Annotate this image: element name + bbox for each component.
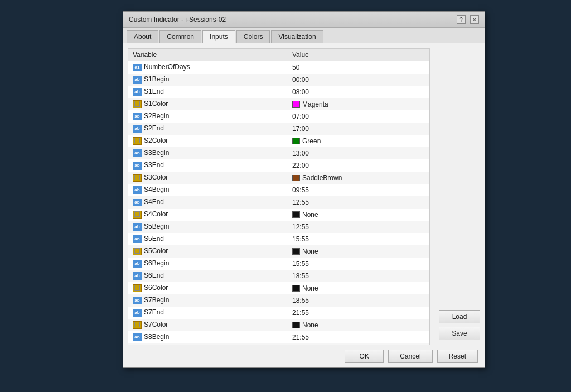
variable-name: S1Begin	[144, 75, 169, 83]
value-text: None	[302, 211, 318, 219]
ok-button[interactable]: OK	[345, 350, 384, 363]
variable-name: S5Begin	[144, 222, 169, 230]
value-text: None	[302, 284, 318, 292]
table-row[interactable]: a1NumberOfDays50	[128, 61, 430, 74]
value-cell: 17:00	[288, 123, 430, 135]
variable-cell: S2Color	[128, 135, 288, 147]
help-button[interactable]: ?	[457, 15, 466, 24]
variable-cell: abS2End	[128, 123, 288, 135]
tab-about[interactable]: About	[127, 30, 158, 43]
table-row[interactable]: abS3Begin13:00	[128, 147, 430, 159]
table-row[interactable]: abS7Begin18:55	[128, 294, 430, 307]
table-row[interactable]: abS8Begin21:55	[128, 331, 430, 343]
value-cell: 18:55	[288, 294, 430, 307]
value-cell: 09:55	[288, 184, 430, 196]
value-text: 18:55	[292, 272, 309, 280]
table-row[interactable]: abS1End08:00	[128, 86, 430, 98]
color-swatch	[292, 322, 300, 328]
color-type-icon	[133, 248, 142, 255]
variable-name: S3Color	[144, 173, 168, 181]
table-row[interactable]: S5ColorNone	[128, 245, 430, 258]
custom-indicator-dialog: Custom Indicator - i-Sessions-02 ? × Abo…	[123, 11, 485, 368]
dialog-title: Custom Indicator - i-Sessions-02	[129, 16, 226, 23]
ab-type-icon: ab	[133, 223, 142, 231]
value-text: 50	[292, 64, 299, 71]
close-button[interactable]: ×	[470, 15, 479, 24]
value-cell[interactable]: None	[288, 209, 430, 221]
variable-cell: abS3Begin	[128, 147, 288, 159]
value-cell[interactable]: SaddleBrown	[288, 172, 430, 184]
table-row[interactable]: abS8End23:55	[128, 343, 430, 345]
table-row[interactable]: S4ColorNone	[128, 209, 430, 221]
value-cell: 50	[288, 61, 430, 74]
variable-cell: abS2Begin	[128, 110, 288, 123]
col-value-header: Value	[288, 49, 430, 61]
tab-visualization[interactable]: Visualization	[271, 30, 323, 43]
variable-name: S2Begin	[144, 112, 169, 120]
variable-cell: abS1Begin	[128, 74, 288, 86]
save-button[interactable]: Save	[439, 327, 480, 340]
load-button[interactable]: Load	[439, 310, 480, 323]
table-row[interactable]: abS5Begin12:55	[128, 221, 430, 233]
variable-name: S5End	[144, 235, 164, 243]
value-cell: 22:00	[288, 159, 430, 172]
value-cell: 07:00	[288, 110, 430, 123]
color-type-icon	[133, 137, 142, 145]
table-row[interactable]: abS2End17:00	[128, 123, 430, 135]
variable-name: S2Color	[144, 137, 168, 144]
tab-bar: About Common Inputs Colors Visualization	[123, 28, 485, 43]
table-row[interactable]: abS6Begin15:55	[128, 258, 430, 270]
value-cell[interactable]: Green	[288, 135, 430, 147]
table-row[interactable]: abS5End15:55	[128, 233, 430, 245]
value-text: 12:55	[292, 199, 309, 206]
table-row[interactable]: abS2Begin07:00	[128, 110, 430, 123]
value-cell[interactable]: None	[288, 245, 430, 258]
cancel-button[interactable]: Cancel	[388, 350, 432, 363]
variable-cell: abS8Begin	[128, 331, 288, 343]
variable-name: S7End	[144, 308, 164, 316]
ab-type-icon: ab	[133, 260, 142, 268]
table-row[interactable]: abS6End18:55	[128, 270, 430, 282]
side-buttons: Load Save	[434, 43, 485, 345]
ab-type-icon: ab	[133, 272, 142, 280]
table-row[interactable]: abS4Begin09:55	[128, 184, 430, 196]
ab-type-icon: ab	[133, 186, 142, 194]
value-text: 15:55	[292, 235, 309, 243]
tab-colors[interactable]: Colors	[236, 30, 270, 43]
value-text: SaddleBrown	[302, 174, 342, 182]
value-cell: 12:55	[288, 221, 430, 233]
table-row[interactable]: abS7End21:55	[128, 307, 430, 319]
value-text: 09:55	[292, 186, 309, 194]
value-cell: 12:55	[288, 196, 430, 209]
variable-cell: S5Color	[128, 245, 288, 258]
table-row[interactable]: S3ColorSaddleBrown	[128, 172, 430, 184]
value-cell[interactable]: None	[288, 282, 430, 294]
value-cell: 13:00	[288, 147, 430, 159]
variable-name: S4Color	[144, 210, 168, 218]
value-cell: 15:55	[288, 233, 430, 245]
value-cell: 08:00	[288, 86, 430, 98]
table-row[interactable]: abS1Begin00:00	[128, 74, 430, 86]
color-type-icon	[133, 284, 142, 292]
value-cell[interactable]: Magenta	[288, 98, 430, 110]
reset-button[interactable]: Reset	[437, 350, 478, 363]
color-swatch	[292, 101, 300, 108]
value-text: 13:00	[292, 149, 309, 157]
table-row[interactable]: S7ColorNone	[128, 319, 430, 331]
value-text: None	[302, 321, 318, 329]
table-row[interactable]: abS3End22:00	[128, 159, 430, 172]
variable-cell: abS8End	[128, 343, 288, 345]
variable-cell: a1NumberOfDays	[128, 61, 288, 74]
variable-cell: S3Color	[128, 172, 288, 184]
tab-inputs[interactable]: Inputs	[202, 30, 235, 43]
table-row[interactable]: abS4End12:55	[128, 196, 430, 209]
variable-cell: abS7Begin	[128, 294, 288, 307]
variable-name: S6Color	[144, 284, 168, 292]
color-type-icon	[133, 321, 142, 329]
table-row[interactable]: S2ColorGreen	[128, 135, 430, 147]
table-row[interactable]: S1ColorMagenta	[128, 98, 430, 110]
ab-type-icon: ab	[133, 162, 142, 170]
value-cell[interactable]: None	[288, 319, 430, 331]
table-row[interactable]: S6ColorNone	[128, 282, 430, 294]
tab-common[interactable]: Common	[159, 30, 201, 43]
